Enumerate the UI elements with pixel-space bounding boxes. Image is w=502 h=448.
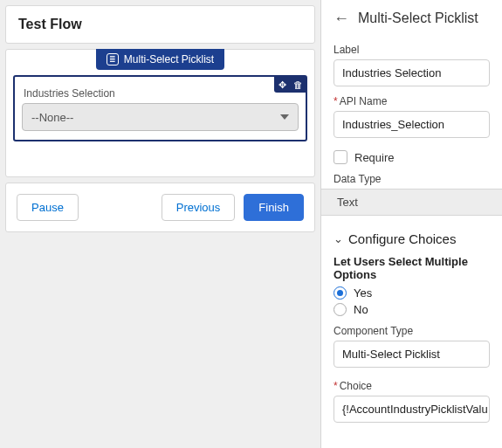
radio-yes-row[interactable]: Yes bbox=[334, 286, 490, 300]
radio-yes[interactable] bbox=[334, 286, 347, 300]
api-name-label: API Name bbox=[334, 95, 490, 107]
picklist-combobox[interactable]: --None-- bbox=[22, 103, 299, 131]
component-type-select[interactable]: Multi-Select Picklist bbox=[334, 341, 490, 368]
data-type-label: Data Type bbox=[334, 173, 490, 185]
combobox-value: --None-- bbox=[31, 111, 73, 124]
component-toolbar: ✥ 🗑 bbox=[274, 77, 306, 93]
chevron-down-icon: ⌄ bbox=[334, 232, 343, 245]
configure-choices-toggle[interactable]: ⌄ Configure Choices bbox=[334, 231, 490, 246]
move-icon[interactable]: ✥ bbox=[274, 77, 290, 93]
radio-no-label: No bbox=[354, 303, 368, 316]
require-checkbox[interactable] bbox=[334, 150, 347, 164]
component-type-label: Component Type bbox=[334, 325, 490, 337]
radio-no-row[interactable]: No bbox=[334, 303, 490, 316]
canvas-card: ≣ Multi-Select Picklist ✥ 🗑 Industries S… bbox=[5, 49, 315, 177]
footer-buttons: Pause Previous Finish bbox=[6, 183, 314, 231]
require-row[interactable]: Require bbox=[334, 150, 490, 164]
radio-no[interactable] bbox=[334, 303, 347, 316]
label-field-label: Label bbox=[334, 44, 490, 56]
api-name-input[interactable] bbox=[334, 111, 490, 138]
multi-options-label: Let Users Select Multiple Options bbox=[334, 255, 490, 281]
component-type-value: Multi-Select Picklist bbox=[342, 348, 440, 361]
choice-label: Choice bbox=[334, 380, 490, 392]
choice-value: {!AccountIndustryPicklistValu bbox=[342, 403, 488, 416]
component-pill-label: Multi-Select Picklist bbox=[124, 53, 214, 65]
data-type-value: Text bbox=[321, 189, 502, 216]
chevron-down-icon bbox=[280, 114, 289, 120]
previous-button[interactable]: Previous bbox=[162, 194, 236, 221]
choice-select[interactable]: {!AccountIndustryPicklistValu bbox=[334, 396, 490, 423]
picklist-icon: ≣ bbox=[107, 53, 119, 65]
properties-panel: ← Multi-Select Picklist Label API Name R… bbox=[320, 0, 502, 448]
finish-button[interactable]: Finish bbox=[244, 194, 304, 221]
flow-title-card: Test Flow bbox=[5, 5, 315, 44]
component-pill[interactable]: ≣ Multi-Select Picklist bbox=[96, 49, 224, 70]
pause-button[interactable]: Pause bbox=[17, 194, 79, 221]
radio-yes-label: Yes bbox=[354, 286, 372, 300]
require-label: Require bbox=[354, 151, 395, 164]
label-input[interactable] bbox=[334, 59, 490, 86]
selected-component[interactable]: ✥ 🗑 Industries Selection --None-- bbox=[13, 75, 307, 141]
field-label: Industries Selection bbox=[24, 87, 297, 100]
preview-panel: Test Flow ≣ Multi-Select Picklist ✥ 🗑 In… bbox=[0, 0, 320, 448]
section-label: Configure Choices bbox=[348, 231, 456, 246]
delete-icon[interactable]: 🗑 bbox=[290, 77, 306, 93]
footer-card: Pause Previous Finish bbox=[5, 183, 315, 232]
panel-title: Multi-Select Picklist bbox=[358, 10, 478, 26]
flow-title: Test Flow bbox=[6, 6, 314, 43]
back-arrow-icon[interactable]: ← bbox=[334, 10, 349, 26]
